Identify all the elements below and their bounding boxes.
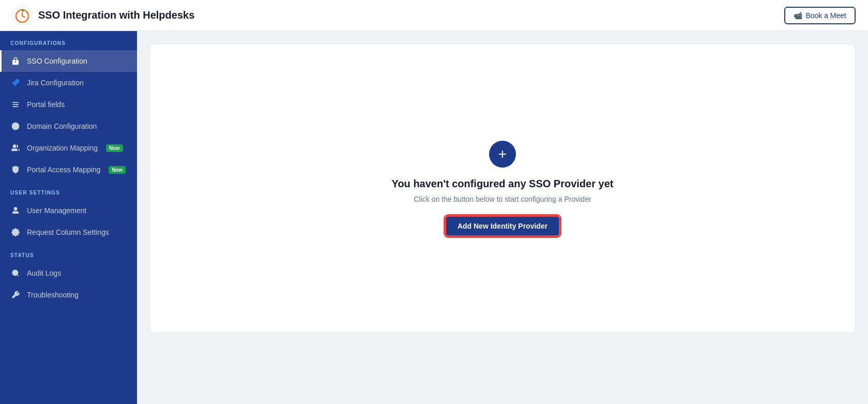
search-icon xyxy=(10,268,21,278)
add-identity-provider-button[interactable]: Add New Identity Provider xyxy=(445,216,560,236)
gear-icon xyxy=(10,227,21,237)
empty-state-subtitle: Click on the button below to start confi… xyxy=(414,195,591,203)
header-left: SSO Integration with Helpdesks xyxy=(12,6,194,25)
globe-icon xyxy=(10,121,21,131)
sidebar-item-troubleshooting[interactable]: Troubleshooting xyxy=(0,284,137,306)
sidebar-item-label: Organization Mapping xyxy=(27,144,98,152)
jira-icon xyxy=(10,78,21,88)
plus-circle-icon: + xyxy=(489,141,516,168)
wrench-icon xyxy=(10,290,21,300)
person-icon xyxy=(10,205,21,216)
sidebar-item-label: Jira Configuration xyxy=(27,79,84,87)
configurations-section-label: CONFIGURATIONS xyxy=(0,31,137,50)
main-content: + You haven't configured any SSO Provide… xyxy=(137,31,868,404)
sidebar-item-sso-configuration[interactable]: SSO Configuration xyxy=(0,50,137,72)
new-badge: New xyxy=(109,166,126,174)
header: SSO Integration with Helpdesks 📹 Book a … xyxy=(0,0,868,31)
sidebar-item-user-management[interactable]: User Management xyxy=(0,200,137,221)
sidebar-item-label: Request Column Settings xyxy=(27,228,109,236)
book-meet-label: Book a Meet xyxy=(805,11,846,20)
book-meet-button[interactable]: 📹 Book a Meet xyxy=(784,7,856,24)
users-icon xyxy=(10,143,21,153)
sidebar-item-portal-access-mapping[interactable]: Portal Access Mapping New xyxy=(0,159,137,181)
sidebar-item-label: Portal Access Mapping xyxy=(27,166,100,174)
empty-state-title: You haven't configured any SSO Provider … xyxy=(392,178,614,190)
svg-point-9 xyxy=(14,207,17,210)
video-icon: 📹 xyxy=(794,11,802,20)
sidebar-item-audit-logs[interactable]: Audit Logs xyxy=(0,262,137,284)
app-title: SSO Integration with Helpdesks xyxy=(38,9,194,21)
sidebar: CONFIGURATIONS SSO Configuration Jira Co… xyxy=(0,31,137,404)
layout: CONFIGURATIONS SSO Configuration Jira Co… xyxy=(0,31,868,404)
sidebar-item-request-column-settings[interactable]: Request Column Settings xyxy=(0,221,137,243)
status-section-label: STATUS xyxy=(0,243,137,262)
sliders-icon xyxy=(10,99,21,110)
sidebar-item-label: Troubleshooting xyxy=(27,291,79,299)
sidebar-item-label: Domain Configuration xyxy=(27,122,97,130)
sidebar-item-label: User Management xyxy=(27,206,86,215)
svg-point-4 xyxy=(13,102,15,103)
sidebar-item-portal-fields[interactable]: Portal fields xyxy=(0,94,137,115)
new-badge: New xyxy=(106,144,123,152)
lock-icon xyxy=(10,56,21,66)
svg-point-11 xyxy=(12,270,18,276)
sidebar-item-organization-mapping[interactable]: Organization Mapping New xyxy=(0,137,137,159)
logo-icon xyxy=(12,6,32,25)
svg-point-6 xyxy=(14,106,16,108)
svg-point-5 xyxy=(16,104,18,106)
svg-point-8 xyxy=(13,145,16,147)
sidebar-item-domain-configuration[interactable]: Domain Configuration xyxy=(0,115,137,137)
sidebar-item-label: SSO Configuration xyxy=(27,57,87,65)
sidebar-item-jira-configuration[interactable]: Jira Configuration xyxy=(0,72,137,94)
sidebar-item-label: Portal fields xyxy=(27,100,65,109)
user-settings-section-label: USER SETTINGS xyxy=(0,181,137,200)
shield-icon xyxy=(10,164,21,175)
sidebar-item-label: Audit Logs xyxy=(27,269,61,277)
content-card: + You haven't configured any SSO Provide… xyxy=(149,43,856,333)
